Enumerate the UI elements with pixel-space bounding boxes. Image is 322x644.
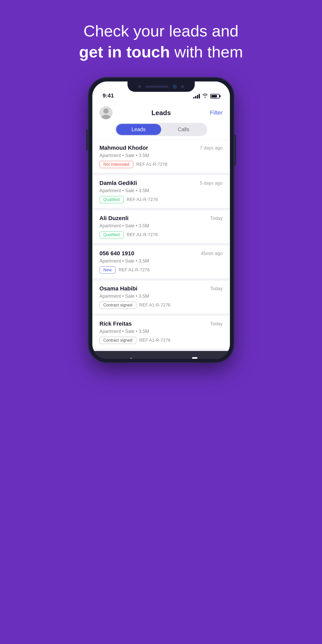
lead-time: Today [210, 216, 222, 221]
lead-name: Ali Duzenli [100, 215, 129, 222]
bottom-nav: Properties Leads [92, 351, 230, 359]
app-header: Leads Filter Leads Calls [92, 102, 230, 140]
notch-dot-left [138, 85, 141, 88]
phone-notch [128, 81, 195, 92]
lead-details: Apartment • Sale • 3.5M [100, 153, 223, 158]
status-time: 9:41 [103, 92, 193, 99]
lead-details: Apartment • Sale • 3.5M [100, 188, 223, 193]
list-item[interactable]: Mahmoud Khodor 7 days ago Apartment • Sa… [92, 140, 230, 173]
nav-item-properties[interactable]: Properties [122, 356, 140, 359]
battery-fill [211, 95, 217, 98]
status-badge: Contract signed [100, 337, 136, 344]
battery-icon [210, 94, 220, 99]
lead-details: Apartment • Sale • 3.5M [100, 258, 223, 264]
nav-item-leads[interactable]: Leads [189, 356, 200, 359]
list-item[interactable]: 056 640 1910 45min ago Apartment • Sale … [92, 245, 230, 279]
lead-ref: REF A1-R-7278 [139, 338, 170, 343]
lead-name: 056 640 1910 [100, 250, 134, 257]
signal-bar-4 [199, 94, 200, 99]
status-badge: Contract signed [100, 302, 136, 309]
lead-ref: REF A1-R-7278 [127, 232, 158, 237]
lead-header: Ali Duzenli Today [100, 215, 223, 222]
lead-name: Osama Habibi [100, 285, 138, 292]
lead-time: Today [210, 286, 222, 291]
lead-footer: Contract signed REF A1-R-7278 [100, 302, 223, 309]
tab-leads[interactable]: Leads [116, 124, 161, 135]
hero-text: Check your leads and get in touch with t… [79, 21, 243, 62]
status-icons [193, 93, 220, 99]
lead-name: Rick Freitas [100, 320, 132, 327]
lead-header: Damla Gedikli 5 days ago [100, 180, 223, 186]
lead-details: Apartment • Sale • 3.5M [100, 329, 223, 334]
tabs-container: Leads Calls [115, 123, 207, 136]
avatar[interactable] [100, 106, 113, 119]
lead-footer: Qualified REF A1-R-7278 [100, 231, 223, 238]
hero-end: with them [170, 43, 243, 61]
hero-line1: Check your leads and [84, 22, 239, 40]
lead-details: Apartment • Sale • 3.5M [100, 294, 223, 299]
signal-bar-1 [193, 97, 194, 99]
tab-calls[interactable]: Calls [161, 124, 206, 135]
notch-speaker [145, 86, 169, 88]
list-item[interactable]: Rick Freitas Today Apartment • Sale • 3.… [92, 316, 230, 349]
hero-bold: get in touch [79, 43, 170, 61]
lead-details: Apartment • Sale • 3.5M [100, 223, 223, 229]
lead-footer: New REF A1-R-7278 [100, 266, 223, 274]
lead-name: Mahmoud Khodor [100, 145, 148, 151]
lead-header: Rick Freitas Today [100, 320, 223, 327]
signal-bar-2 [195, 96, 196, 99]
notch-camera [173, 85, 177, 89]
status-badge: Not Interested [100, 161, 133, 168]
home-icon [128, 356, 135, 359]
phone-shell: 9:41 [89, 78, 234, 362]
lead-footer: Contract signed REF A1-R-7278 [100, 337, 223, 344]
header-top: Leads Filter [100, 106, 223, 119]
list-item[interactable]: Damla Gedikli 5 days ago Apartment • Sal… [92, 175, 230, 208]
leads-list: Mahmoud Khodor 7 days ago Apartment • Sa… [92, 140, 230, 351]
status-badge: Qualified [100, 196, 124, 203]
phone-screen: 9:41 [92, 81, 230, 359]
lead-time: 45min ago [201, 251, 222, 256]
filter-button[interactable]: Filter [210, 109, 223, 116]
lead-header: 056 640 1910 45min ago [100, 250, 223, 257]
bookmark-icon [191, 356, 198, 359]
lead-ref: REF A1-R-7278 [136, 162, 167, 167]
notch-dot-right [181, 85, 184, 88]
lead-name: Damla Gedikli [100, 180, 137, 186]
lead-ref: REF A1-R-7278 [139, 303, 170, 308]
signal-bars [193, 94, 200, 99]
wifi-icon [202, 93, 208, 99]
lead-time: Today [210, 321, 222, 327]
lead-ref: REF A1-R-7278 [127, 197, 158, 202]
header-title: Leads [151, 109, 171, 117]
lead-header: Mahmoud Khodor 7 days ago [100, 145, 223, 151]
status-badge: Qualified [100, 231, 124, 238]
lead-header: Osama Habibi Today [100, 285, 223, 292]
lead-footer: Qualified REF A1-R-7278 [100, 196, 223, 203]
lead-footer: Not Interested REF A1-R-7278 [100, 161, 223, 168]
lead-time: 5 days ago [200, 181, 222, 186]
status-badge: New [100, 266, 116, 274]
lead-time: 7 days ago [200, 145, 222, 151]
signal-bar-3 [197, 95, 198, 99]
list-item[interactable]: Ali Duzenli Today Apartment • Sale • 3.5… [92, 210, 230, 243]
svg-rect-4 [194, 359, 196, 359]
lead-ref: REF A1-R-7278 [119, 267, 150, 273]
list-item[interactable]: Osama Habibi Today Apartment • Sale • 3.… [92, 281, 230, 314]
svg-point-1 [103, 108, 109, 114]
phone-wrapper: 9:41 [89, 78, 234, 362]
